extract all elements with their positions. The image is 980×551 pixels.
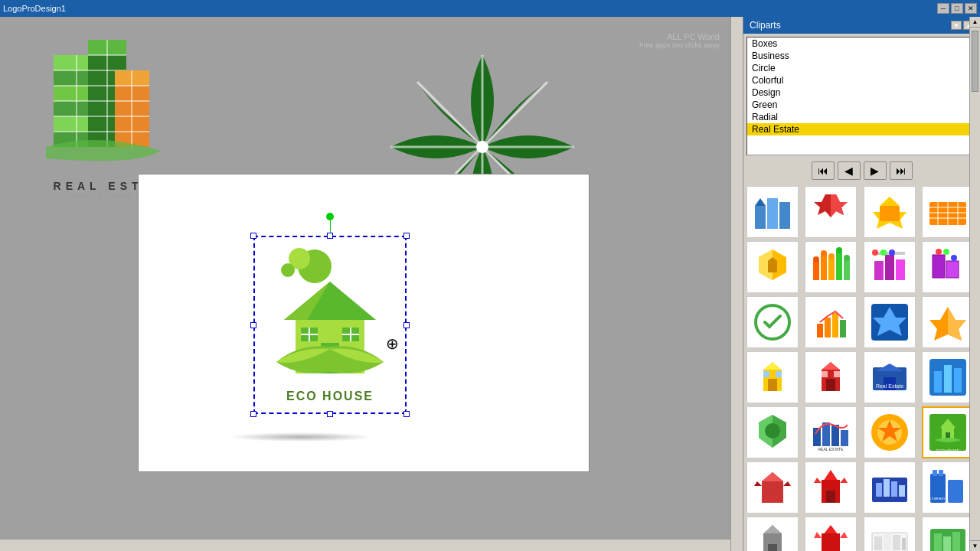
svg-marker-130: [823, 470, 838, 481]
svg-rect-78: [946, 261, 959, 278]
vertical-scrollbar[interactable]: [730, 17, 743, 551]
clipart-2[interactable]: [805, 186, 857, 238]
svg-rect-150: [822, 533, 840, 551]
handle-ml[interactable]: [250, 322, 256, 328]
handle-bm[interactable]: [327, 411, 333, 417]
horizontal-scrollbar[interactable]: [0, 539, 730, 551]
svg-marker-95: [763, 362, 782, 370]
svg-point-75: [880, 249, 887, 256]
minimize-button[interactable]: ─: [937, 3, 949, 14]
svg-rect-98: [776, 371, 782, 377]
svg-point-29: [476, 141, 488, 153]
maximize-button[interactable]: □: [951, 3, 963, 14]
svg-rect-51: [880, 206, 900, 221]
clipart-17[interactable]: [746, 406, 799, 458]
category-green[interactable]: Green: [747, 99, 976, 111]
svg-point-68: [836, 247, 842, 253]
svg-point-69: [844, 255, 850, 261]
clipart-6[interactable]: [805, 241, 857, 293]
svg-marker-47: [755, 198, 766, 206]
title-bar: LogoProDesign1 ─ □ ✕: [0, 0, 980, 17]
handle-tl[interactable]: [250, 233, 256, 239]
clipart-19[interactable]: [864, 406, 916, 458]
clipart-1[interactable]: [746, 186, 799, 238]
clipart-15[interactable]: Real Estate: [864, 351, 916, 403]
design-canvas[interactable]: ECO HOUSE ⊕: [138, 174, 590, 472]
nav-prev-button[interactable]: ◀: [838, 161, 861, 180]
svg-rect-141: [948, 480, 963, 503]
handle-tm[interactable]: [327, 233, 333, 239]
svg-rect-111: [944, 365, 952, 393]
svg-marker-147: [763, 525, 782, 533]
clipart-4[interactable]: [922, 186, 974, 238]
svg-marker-128: [754, 481, 762, 486]
panel-scroll-down[interactable]: ▼: [970, 540, 980, 551]
svg-point-113: [765, 423, 780, 439]
svg-point-83: [951, 255, 957, 261]
handle-tr[interactable]: [403, 233, 410, 239]
nav-first-button[interactable]: ⏮: [812, 161, 835, 180]
clipart-11[interactable]: [864, 296, 916, 348]
svg-rect-63: [836, 252, 842, 280]
clipart-24[interactable]: COMPANY: [922, 461, 974, 514]
svg-text:ECO HOUSE: ECO HOUSE: [936, 448, 960, 453]
clipart-27[interactable]: [864, 517, 916, 551]
category-design[interactable]: Design: [747, 86, 976, 99]
svg-marker-101: [822, 362, 840, 370]
svg-rect-46: [779, 202, 790, 229]
svg-rect-87: [832, 313, 838, 337]
clipart-16[interactable]: [922, 351, 974, 403]
clipart-8[interactable]: [922, 241, 974, 293]
clipart-grid: Real Estate: [743, 183, 980, 551]
clipart-23[interactable]: [864, 461, 916, 514]
svg-rect-77: [933, 255, 945, 278]
close-button[interactable]: ✕: [965, 3, 977, 14]
panel-expand-btn[interactable]: ▼: [951, 21, 962, 30]
clipart-20[interactable]: ECO HOUSE: [922, 406, 974, 458]
clipart-10[interactable]: [805, 296, 857, 348]
handle-br[interactable]: [403, 411, 410, 417]
svg-rect-139: [899, 485, 905, 497]
handle-mr[interactable]: [403, 322, 410, 328]
panel-scroll-thumb[interactable]: [972, 31, 978, 92]
clipart-7[interactable]: [864, 241, 916, 293]
clipart-9[interactable]: [746, 296, 799, 348]
clipart-13[interactable]: [746, 351, 799, 403]
svg-rect-103: [822, 371, 828, 377]
nav-next-button[interactable]: ▶: [864, 161, 887, 180]
clipart-22[interactable]: [805, 461, 857, 514]
handle-bl[interactable]: [250, 411, 256, 417]
clipart-12[interactable]: [922, 296, 974, 348]
nav-last-button[interactable]: ⏭: [890, 161, 913, 180]
panel-scroll-up[interactable]: ▲: [970, 17, 980, 28]
svg-rect-142: [933, 470, 937, 476]
selected-logo-container[interactable]: ECO HOUSE ⊕: [253, 236, 407, 414]
clipart-5[interactable]: [746, 241, 799, 293]
cursor-indicator: ⊕: [386, 334, 399, 353]
panel-scrollbar[interactable]: ▲ ▼: [969, 17, 980, 551]
svg-point-65: [813, 256, 819, 262]
panel-title-text: Cliparts: [750, 20, 781, 31]
svg-rect-161: [952, 532, 960, 551]
title-bar-controls: ─ □ ✕: [937, 3, 977, 14]
svg-rect-96: [768, 379, 777, 391]
category-business[interactable]: Business: [747, 50, 976, 62]
category-list[interactable]: Boxes Business Circle Colorful Design Gr…: [746, 37, 977, 155]
category-colorful[interactable]: Colorful: [747, 74, 976, 86]
category-boxes[interactable]: Boxes: [747, 37, 976, 50]
clipart-3[interactable]: [864, 186, 916, 238]
svg-rect-112: [954, 368, 962, 393]
svg-marker-49: [831, 194, 848, 217]
clipart-28[interactable]: [922, 517, 974, 551]
clipart-14[interactable]: [805, 351, 857, 403]
svg-text:ECO HOUSE: ECO HOUSE: [286, 390, 374, 403]
clipart-26[interactable]: [805, 517, 857, 551]
clipart-21[interactable]: [746, 461, 799, 514]
clipart-25[interactable]: [746, 517, 799, 551]
category-circle[interactable]: Circle: [747, 62, 976, 74]
svg-rect-156: [893, 535, 900, 550]
category-radial[interactable]: Radial: [747, 111, 976, 123]
category-real-estate[interactable]: Real Estate: [747, 123, 976, 135]
clipart-18[interactable]: REAL ESTATE: [805, 406, 857, 458]
svg-marker-127: [762, 472, 783, 481]
